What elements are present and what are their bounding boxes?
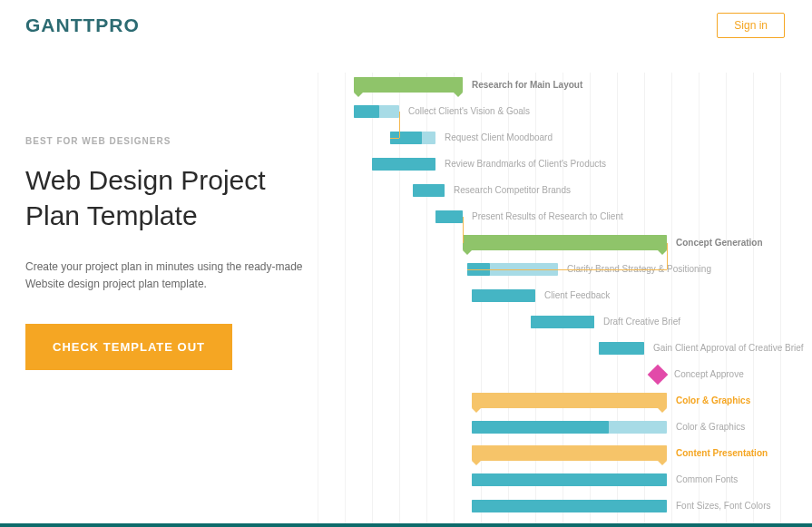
gantt-row: Gain Client Approval of Creative Brief xyxy=(318,336,812,361)
task-bar[interactable] xyxy=(472,473,667,486)
task-bar[interactable] xyxy=(472,421,667,434)
task-bar[interactable] xyxy=(413,184,445,197)
gantt-row: Client Feedback xyxy=(318,283,812,308)
row-label: Collect Client's Vision & Goals xyxy=(408,106,530,116)
task-bar[interactable] xyxy=(354,105,399,118)
row-label: Present Results of Research to Client xyxy=(472,211,623,221)
group-bar[interactable] xyxy=(472,393,667,408)
gantt-row: Common Fonts xyxy=(318,467,812,493)
group-bar[interactable] xyxy=(463,235,667,250)
task-bar[interactable] xyxy=(467,263,558,276)
task-bar[interactable] xyxy=(472,289,535,302)
task-bar[interactable] xyxy=(599,342,644,355)
row-label: Research for Main Layout xyxy=(472,80,582,90)
task-bar[interactable] xyxy=(390,132,435,144)
gantt-row: Review Brandmarks of Client's Products xyxy=(318,151,812,177)
gantt-row: Draft Creative Brief xyxy=(318,309,812,335)
gantt-row: Research Competitor Brands xyxy=(318,178,812,203)
gantt-row: Request Client Moodboard xyxy=(318,125,812,151)
row-label: Concept Generation xyxy=(676,238,763,248)
task-bar[interactable] xyxy=(372,158,435,171)
bottom-accent-bar xyxy=(0,523,812,527)
row-label: Clarify Brand Strategy & Positioning xyxy=(567,264,711,274)
row-label: Color & Graphics xyxy=(676,422,745,432)
signin-button[interactable]: Sign in xyxy=(717,13,785,38)
group-bar[interactable] xyxy=(354,77,463,93)
gantt-row: Clarify Brand Strategy & Positioning xyxy=(318,257,812,282)
row-label: Gain Client Approval of Creative Brief xyxy=(653,343,804,353)
row-label: Color & Graphics xyxy=(676,395,750,405)
task-bar[interactable] xyxy=(472,500,667,512)
gantt-chart: Research for Main LayoutCollect Client's… xyxy=(318,73,812,526)
row-label: Content Presentation xyxy=(676,448,768,458)
gantt-row: Concept Generation xyxy=(318,230,812,256)
gantt-row: Collect Client's Vision & Goals xyxy=(318,99,812,124)
gantt-row: Concept Approve xyxy=(318,362,812,387)
cta-button[interactable]: CHECK TEMPLATE OUT xyxy=(25,324,232,370)
row-label: Client Feedback xyxy=(544,290,610,300)
gantt-row: Research for Main Layout xyxy=(318,73,812,98)
gantt-row: Color & Graphics xyxy=(318,415,812,440)
page-title: Web Design Project Plan Template xyxy=(25,162,307,233)
brand-logo: GANTTPRO xyxy=(25,15,140,36)
task-bar[interactable] xyxy=(531,316,594,328)
gantt-row: Present Results of Research to Client xyxy=(318,204,812,229)
row-label: Font Sizes, Font Colors xyxy=(676,501,770,511)
row-label: Request Client Moodboard xyxy=(445,132,553,142)
gantt-row: Font Sizes, Font Colors xyxy=(318,493,812,519)
eyebrow-text: BEST FOR WEB DESIGNERS xyxy=(25,136,307,146)
task-bar[interactable] xyxy=(435,210,463,223)
row-label: Review Brandmarks of Client's Products xyxy=(445,159,606,169)
group-bar[interactable] xyxy=(472,445,667,461)
row-label: Research Competitor Brands xyxy=(454,185,571,195)
milestone-icon xyxy=(648,365,669,385)
row-label: Draft Creative Brief xyxy=(603,317,680,327)
row-label: Common Fonts xyxy=(676,474,738,484)
gantt-row: Content Presentation xyxy=(318,441,812,466)
row-label: Concept Approve xyxy=(674,369,744,379)
gantt-row: Color & Graphics xyxy=(318,388,812,414)
description: Create your project plan in minutes usin… xyxy=(25,259,307,293)
